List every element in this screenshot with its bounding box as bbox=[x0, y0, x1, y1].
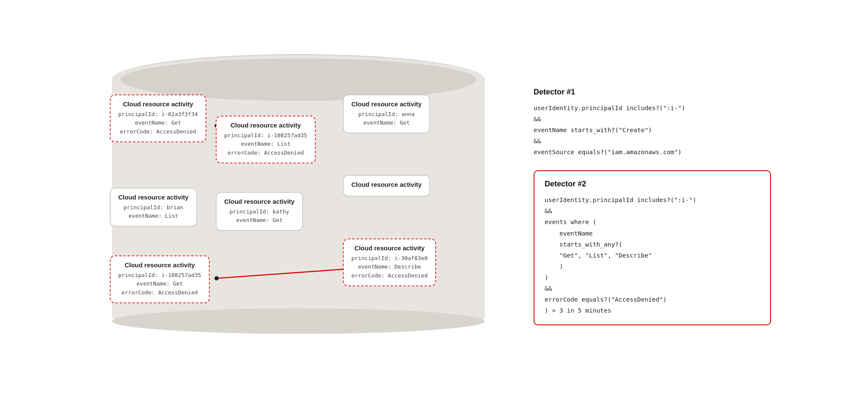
card-8: Cloud resource activity principalId: i-3… bbox=[343, 238, 436, 286]
card-6: Cloud resource activity principalId: ann… bbox=[343, 94, 430, 134]
card-5-title: Cloud resource activity bbox=[224, 198, 295, 205]
card-2-body: principalId: brianeventName: List bbox=[118, 203, 189, 221]
card-5-body: principalId: kathyeventName: Get bbox=[224, 208, 295, 225]
card-8-body: principalId: i-30af83e0eventName: Descri… bbox=[351, 254, 428, 280]
card-7-title: Cloud resource activity bbox=[351, 181, 422, 188]
card-3-title: Cloud resource activity bbox=[118, 261, 201, 269]
detector-2-title: Detector #2 bbox=[545, 180, 760, 188]
card-6-title: Cloud resource activity bbox=[351, 100, 422, 108]
detector-1-title: Detector #1 bbox=[534, 88, 771, 97]
card-1: Cloud resource activity principalId: i-0… bbox=[110, 94, 206, 142]
page-container: Cloud resource activity principalId: i-0… bbox=[0, 0, 868, 413]
card-3: Cloud resource activity principalId: i-1… bbox=[110, 255, 210, 303]
detector-1-block: Detector #1 userIdentity.principalId inc… bbox=[534, 88, 771, 158]
diagram-section: Cloud resource activity principalId: i-0… bbox=[97, 27, 500, 387]
card-8-title: Cloud resource activity bbox=[351, 244, 428, 252]
detector-2-block: Detector #2 userIdentity.principalId inc… bbox=[534, 170, 771, 325]
card-4-body: principalId: i-108257ad35eventName: List… bbox=[224, 131, 307, 158]
card-7: Cloud resource activity bbox=[343, 175, 430, 197]
card-2-title: Cloud resource activity bbox=[118, 194, 189, 201]
card-1-body: principalId: i-02a3f3f34eventName: Geter… bbox=[118, 110, 198, 136]
card-6-body: principalId: annaeventName: Get bbox=[351, 110, 422, 128]
detectors-section: Detector #1 userIdentity.principalId inc… bbox=[534, 88, 771, 326]
detector-1-code: userIdentity.principalId includes?(":i-"… bbox=[534, 103, 771, 158]
card-2: Cloud resource activity principalId: bri… bbox=[110, 188, 197, 227]
detector-2-code: userIdentity.principalId includes?(":i-"… bbox=[545, 194, 760, 316]
card-5: Cloud resource activity principalId: kat… bbox=[216, 192, 303, 231]
card-3-body: principalId: i-108257ad35eventName: Gete… bbox=[118, 271, 201, 297]
card-4-title: Cloud resource activity bbox=[224, 122, 307, 129]
card-1-title: Cloud resource activity bbox=[118, 100, 198, 108]
card-4: Cloud resource activity principalId: i-1… bbox=[216, 116, 316, 164]
